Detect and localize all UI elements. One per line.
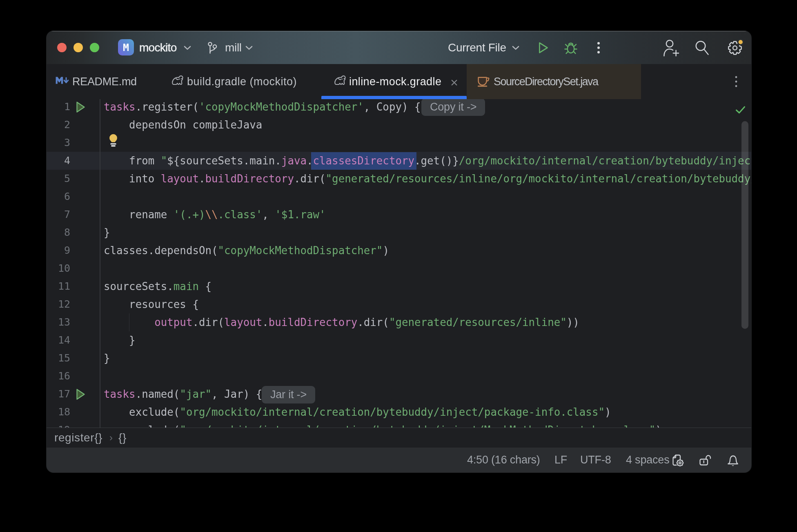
intention-bulb[interactable] xyxy=(109,133,118,150)
project-name: mockito xyxy=(139,41,177,54)
branch-name: mill xyxy=(225,41,242,54)
git-branch-icon[interactable] xyxy=(207,42,218,56)
code-line-12: resources { xyxy=(104,295,199,313)
editor-tabbar: README.mdbuild.gradle (mockito)inline-mo… xyxy=(47,64,751,99)
settings-gear-icon[interactable] xyxy=(727,39,744,59)
code-line-15: } xyxy=(104,349,110,367)
tab-build.gradle (mockito)[interactable]: build.gradle (mockito) xyxy=(159,64,321,99)
active-tab-underline xyxy=(321,96,467,99)
tab-label: build.gradle (mockito) xyxy=(187,64,297,99)
line-number: 16 xyxy=(47,367,70,385)
caret-position-widget[interactable]: 4:50 (16 chars) xyxy=(467,448,540,472)
project-chevron-down-icon xyxy=(184,46,191,50)
line-number: 15 xyxy=(47,349,70,367)
close-window-button[interactable] xyxy=(57,43,67,52)
gutter-border xyxy=(100,99,100,428)
code-line-19: exclude("org/mockito/internal/creation/b… xyxy=(104,421,662,428)
tab-label: inline-mock.gradle xyxy=(349,64,441,99)
code-line-9: classes.dependsOn("copyMockMethodDispatc… xyxy=(104,242,389,259)
tabbar-more-kebab-icon[interactable] xyxy=(731,64,741,99)
run-configuration-selector[interactable]: Current File xyxy=(448,31,506,64)
line-number: 1 xyxy=(47,99,70,116)
settings-badge xyxy=(738,40,743,45)
editor[interactable]: 12345678910111213141516171819 tasks.regi… xyxy=(47,99,751,428)
line-number: 18 xyxy=(47,403,70,421)
intention-bulb-icon[interactable] xyxy=(109,133,118,147)
line-number: 6 xyxy=(47,188,70,206)
line-number: 7 xyxy=(47,206,70,224)
breadcrumb-item[interactable]: {} xyxy=(118,431,127,444)
lock-unlocked-icon[interactable] xyxy=(699,454,711,468)
zoom-window-button[interactable] xyxy=(90,43,99,52)
tab-close-button[interactable] xyxy=(451,79,458,88)
code-line-7: rename '(.+)\\.class', '$1.raw' xyxy=(104,206,326,224)
run-config-chevron-down-icon xyxy=(512,46,519,50)
gradle-icon xyxy=(334,75,347,85)
project-selector[interactable]: mockito xyxy=(139,31,177,64)
line-number: 9 xyxy=(47,242,70,259)
indentation-widget[interactable]: 4 spaces xyxy=(626,448,669,472)
notifications-bell-icon[interactable] xyxy=(727,454,739,468)
code-line-4: from "${sourceSets.main.java.classesDire… xyxy=(104,152,752,170)
line-separator-widget[interactable]: LF xyxy=(554,448,567,472)
run-gutter-icon[interactable] xyxy=(76,99,86,116)
ide-window: M mockito mill Current File xyxy=(47,31,751,472)
more-options-kebab-icon[interactable] xyxy=(596,41,601,56)
run-gutter-icon[interactable] xyxy=(76,385,86,403)
line-number: 17 xyxy=(47,385,70,403)
code-line-2: dependsOn compileJava xyxy=(104,116,262,134)
line-number: 5 xyxy=(47,170,70,188)
editor-scrollbar[interactable] xyxy=(741,121,748,329)
breadcrumb-separator: › xyxy=(109,432,113,443)
tab-SourceDirectorySet.java[interactable]: SourceDirectorySet.java xyxy=(467,64,641,99)
line-number: 8 xyxy=(47,224,70,242)
tab-label: README.md xyxy=(72,64,137,99)
run-button[interactable] xyxy=(538,41,549,56)
code-line-8: } xyxy=(104,224,110,242)
line-number: 2 xyxy=(47,116,70,134)
code-line-1: tasks.register('copyMockMethodDispatcher… xyxy=(104,99,421,116)
code-line-13: output.dir(layout.buildDirectory.dir("ge… xyxy=(104,313,579,331)
breadcrumb-item[interactable]: register{} xyxy=(54,431,102,444)
gradle-icon xyxy=(171,75,184,85)
encoding-widget[interactable]: UTF-8 xyxy=(580,448,611,472)
line-number: 12 xyxy=(47,295,70,313)
minimize-window-button[interactable] xyxy=(73,43,83,52)
line-number: 14 xyxy=(47,331,70,349)
project-icon-letter: M xyxy=(123,42,129,53)
inlay-hint[interactable]: Copy it -> xyxy=(421,99,485,116)
run-configuration-label: Current File xyxy=(448,41,506,54)
line-number: 4 xyxy=(47,152,70,170)
line-number: 19 xyxy=(47,421,70,428)
run-line-icon[interactable] xyxy=(76,101,86,113)
code-line-17: tasks.named("jar", Jar) { xyxy=(104,385,262,403)
branch-chevron-down-icon xyxy=(245,46,253,50)
run-line-icon[interactable] xyxy=(76,388,86,401)
titlebar: M mockito mill Current File xyxy=(47,31,751,64)
markdown-icon xyxy=(56,77,69,84)
code-line-14: } xyxy=(104,331,136,349)
inspections-ok-icon[interactable] xyxy=(735,104,746,117)
debug-button[interactable] xyxy=(564,41,577,56)
add-user-icon[interactable] xyxy=(663,40,679,59)
breadcrumbs: register{} › {} xyxy=(47,428,751,448)
line-number: 11 xyxy=(47,277,70,295)
code-line-18: exclude("org/mockito/internal/creation/b… xyxy=(104,403,611,421)
tab-README.md[interactable]: README.md xyxy=(47,64,159,99)
file-settings-icon[interactable] xyxy=(671,454,684,468)
close-icon[interactable] xyxy=(451,79,458,86)
statusbar: 4:50 (16 chars) LF UTF-8 4 spaces xyxy=(47,448,751,472)
code-line-11: sourceSets.main { xyxy=(104,277,211,295)
search-icon[interactable] xyxy=(695,40,710,58)
tab-inline-mock.gradle[interactable]: inline-mock.gradle xyxy=(321,64,467,99)
branch-selector[interactable]: mill xyxy=(225,31,242,64)
line-number: 3 xyxy=(47,134,70,152)
java-class-icon xyxy=(477,75,490,87)
tab-label: SourceDirectorySet.java xyxy=(494,64,598,99)
project-icon[interactable]: M xyxy=(118,39,134,55)
line-number: 10 xyxy=(47,259,70,277)
code-line-5: into layout.buildDirectory.dir("generate… xyxy=(104,170,752,188)
inlay-hint[interactable]: Jar it -> xyxy=(262,386,315,403)
line-number: 13 xyxy=(47,313,70,331)
